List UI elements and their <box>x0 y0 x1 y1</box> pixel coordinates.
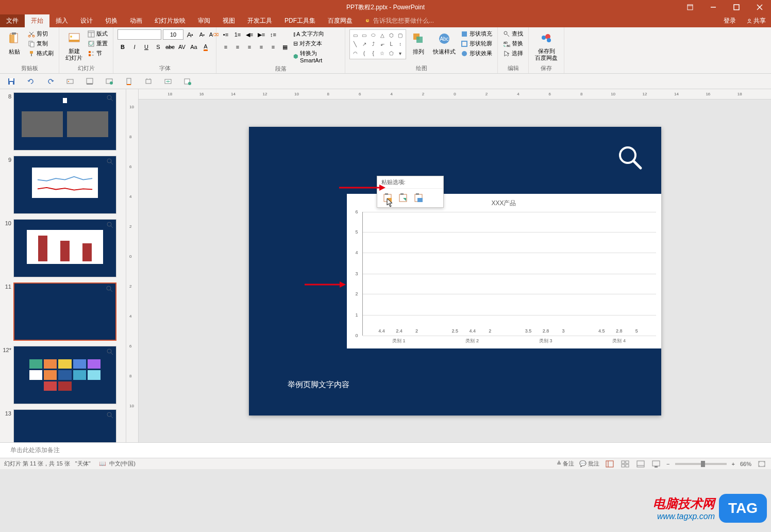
ribbon-display-options[interactable] <box>678 0 701 14</box>
menu-baidu[interactable]: 百度网盘 <box>322 14 359 27</box>
tell-me-search[interactable]: 告诉我您想要做什么... <box>359 14 440 27</box>
reading-view-icon[interactable] <box>635 459 646 469</box>
close-button[interactable] <box>748 0 771 14</box>
reset-button[interactable]: 重置 <box>87 39 109 48</box>
status-comments-button[interactable]: 💬 批注 <box>579 460 599 468</box>
minimize-button[interactable] <box>701 0 725 14</box>
qat-icon-5[interactable] <box>143 76 154 87</box>
find-button[interactable]: 查找 <box>502 29 524 38</box>
maximize-button[interactable] <box>725 0 748 14</box>
chart-object[interactable]: XXX产品 01234564.42.422.54.423.52.834.52.8… <box>347 194 661 348</box>
section-button[interactable]: 节 <box>87 49 109 58</box>
shapes-gallery[interactable]: ▭▭⬭△⬡▢ ╲↗⤴⬐L↕ ◠({☆⬠▾ <box>349 29 406 59</box>
slide-thumb-13[interactable] <box>13 409 116 442</box>
cut-button[interactable]: 剪切 <box>27 29 55 38</box>
slide-canvas-area[interactable]: 粘贴选项: XXX产品 01234564.42. <box>139 99 771 442</box>
line-spacing-icon[interactable]: ↕≡ <box>268 29 278 40</box>
menu-home[interactable]: 开始 <box>25 14 49 27</box>
shape-fill-button[interactable]: 形状填充 <box>460 29 493 38</box>
decrease-font-icon[interactable]: A▾ <box>197 29 207 40</box>
menu-developer[interactable]: 开发工具 <box>241 14 278 27</box>
underline-icon[interactable]: U <box>141 42 152 52</box>
menu-review[interactable]: 审阅 <box>192 14 216 27</box>
menu-login[interactable]: 登录 <box>718 14 741 27</box>
slide-thumb-10[interactable] <box>13 219 116 277</box>
sorter-view-icon[interactable] <box>620 459 630 469</box>
align-right-icon[interactable]: ≡ <box>244 42 255 52</box>
shadow-icon[interactable]: S <box>153 42 163 52</box>
zoom-out-icon[interactable]: − <box>666 461 669 467</box>
font-name-select[interactable] <box>118 29 161 40</box>
qat-icon-4[interactable] <box>124 76 134 87</box>
select-button[interactable]: 选择 <box>502 49 524 58</box>
replace-button[interactable]: abac替换 <box>502 39 524 48</box>
qat-icon-2[interactable] <box>85 76 95 87</box>
bullets-icon[interactable]: •≡ <box>221 29 231 40</box>
increase-indent-icon[interactable]: ▶≡ <box>256 29 266 40</box>
copy-button[interactable]: 复制 <box>27 39 55 48</box>
qat-icon-3[interactable] <box>104 76 114 87</box>
italic-icon[interactable]: I <box>129 42 140 52</box>
slideshow-view-icon[interactable] <box>651 459 661 469</box>
svg-rect-51 <box>127 78 131 85</box>
slide-thumb-9[interactable] <box>13 156 116 214</box>
quick-styles-button[interactable]: Abc 快速样式 <box>431 29 458 57</box>
paste-option-keep-format[interactable] <box>397 192 409 204</box>
justify-icon[interactable]: ≡ <box>256 42 266 52</box>
ribbon: 粘贴 剪切 复制 格式刷 剪贴板 新建 幻灯片 版式 重置 节 幻灯片 <box>0 27 771 74</box>
paste-button[interactable]: 粘贴 <box>4 29 25 57</box>
status-notes-button[interactable]: ≜ 备注 <box>557 460 574 468</box>
numbering-icon[interactable]: 1≡ <box>232 29 243 40</box>
paste-option-picture[interactable] <box>412 192 425 204</box>
menu-animations[interactable]: 动画 <box>124 14 148 27</box>
notes-pane[interactable]: 单击此处添加备注 <box>0 442 771 458</box>
format-painter-button[interactable]: 格式刷 <box>27 49 55 58</box>
new-slide-button[interactable]: 新建 幻灯片 <box>63 29 85 62</box>
save-icon[interactable] <box>6 76 16 87</box>
notes-placeholder: 单击此处添加备注 <box>10 446 60 454</box>
bold-icon[interactable]: B <box>118 42 128 52</box>
menu-file[interactable]: 文件 <box>0 14 25 27</box>
menu-insert[interactable]: 插入 <box>49 14 74 27</box>
fit-window-icon[interactable] <box>757 459 767 469</box>
shape-effects-button[interactable]: 形状效果 <box>460 49 493 58</box>
menu-transitions[interactable]: 切换 <box>99 14 124 27</box>
columns-icon[interactable]: ▦ <box>280 42 290 52</box>
layout-button[interactable]: 版式 <box>87 29 109 38</box>
decrease-indent-icon[interactable]: ◀≡ <box>244 29 255 40</box>
font-size-select[interactable] <box>163 29 183 40</box>
slide-thumbnail-panel[interactable]: 89101112*13 <box>0 89 126 442</box>
char-spacing-icon[interactable]: AV <box>177 42 187 52</box>
qat-icon-7[interactable] <box>182 76 193 87</box>
zoom-slider[interactable] <box>675 463 727 465</box>
save-baidu-button[interactable]: 保存到 百度网盘 <box>533 29 560 62</box>
strikethrough-icon[interactable]: abc <box>165 42 175 52</box>
qat-icon-1[interactable] <box>65 76 75 87</box>
menu-design[interactable]: 设计 <box>74 14 99 27</box>
font-color-icon[interactable]: A <box>200 42 211 52</box>
smartart-button[interactable]: ⬢转换为 SmartArt <box>292 49 341 64</box>
slide-thumb-11[interactable] <box>13 282 116 341</box>
menu-slideshow[interactable]: 幻灯片放映 <box>148 14 192 27</box>
zoom-in-icon[interactable]: + <box>732 461 735 467</box>
align-text-button[interactable]: ⊟对齐文本 <box>292 39 341 48</box>
increase-font-icon[interactable]: A▴ <box>185 29 195 40</box>
arrange-button[interactable]: 排列 <box>408 29 429 57</box>
change-case-icon[interactable]: Aa <box>189 42 199 52</box>
slide-thumb-8[interactable] <box>13 92 116 151</box>
align-center-icon[interactable]: ≡ <box>232 42 243 52</box>
menu-share[interactable]: 共享 <box>741 14 771 27</box>
qat-icon-6[interactable] <box>163 76 173 87</box>
text-direction-button[interactable]: ⫿A文字方向 <box>292 29 341 38</box>
shape-outline-button[interactable]: 形状轮廓 <box>460 39 493 48</box>
slide-thumb-12[interactable] <box>13 346 116 404</box>
redo-icon[interactable] <box>45 76 56 87</box>
distribute-icon[interactable]: ≡ <box>268 42 278 52</box>
normal-view-icon[interactable] <box>605 459 615 469</box>
undo-icon[interactable] <box>26 76 36 87</box>
zoom-percent[interactable]: 66% <box>740 461 751 467</box>
align-left-icon[interactable]: ≡ <box>221 42 231 52</box>
menu-view[interactable]: 视图 <box>216 14 241 27</box>
menu-pdf[interactable]: PDF工具集 <box>278 14 322 27</box>
current-slide[interactable]: 粘贴选项: XXX产品 01234564.42. <box>249 127 661 415</box>
